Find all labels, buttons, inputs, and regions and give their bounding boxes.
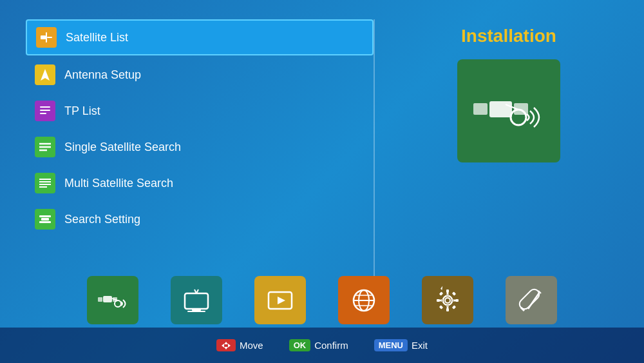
single-search-icon	[35, 137, 55, 157]
bottom-tv-icon	[180, 284, 213, 317]
bottom-media-icon	[264, 284, 296, 317]
svg-rect-2	[47, 37, 52, 38]
svg-rect-29	[187, 311, 205, 312]
panel-title: Installation	[461, 26, 556, 46]
svg-rect-41	[446, 289, 449, 293]
footer-item-exit: MENU Exit	[374, 339, 428, 351]
svg-rect-6	[40, 113, 46, 114]
menu-item-multi-satellite-search[interactable]: Multi Satellite Search	[26, 166, 374, 200]
panel-icon-box	[457, 59, 560, 162]
bottom-btn-media[interactable]	[254, 276, 306, 324]
svg-rect-44	[455, 299, 459, 302]
svg-rect-23	[98, 297, 102, 302]
confirm-label: Confirm	[314, 340, 348, 351]
menu-label-single-satellite-search: Single Satellite Search	[64, 141, 181, 154]
menu-label-multi-satellite-search: Multi Satellite Search	[64, 177, 173, 190]
svg-rect-27	[185, 293, 208, 309]
right-panel: Installation	[374, 19, 618, 318]
menu-item-search-setting[interactable]: Search Setting	[26, 202, 374, 236]
svg-rect-16	[41, 218, 49, 221]
footer-item-confirm: OK Confirm	[289, 339, 348, 351]
footer-bar: Move OK Confirm MENU Exit	[0, 328, 644, 363]
svg-line-52	[528, 292, 540, 309]
svg-marker-57	[228, 344, 231, 348]
left-panel: Satellite List Antenna Setup	[26, 19, 374, 318]
bottom-network-icon	[348, 284, 380, 317]
multi-search-icon	[35, 173, 55, 193]
svg-marker-33	[278, 297, 285, 304]
svg-marker-56	[222, 344, 224, 348]
panel-divider	[374, 19, 375, 318]
svg-rect-22	[103, 296, 112, 302]
svg-rect-45	[439, 291, 443, 295]
bottom-btn-tv[interactable]	[171, 276, 222, 324]
bottom-settings-icon	[431, 284, 464, 317]
svg-rect-14	[39, 215, 51, 217]
svg-line-51	[521, 308, 524, 311]
ok-badge: OK	[289, 339, 311, 351]
menu-item-satellite-list[interactable]: Satellite List	[26, 19, 374, 55]
svg-rect-1	[46, 32, 47, 43]
menu-item-antenna-setup[interactable]: Antenna Setup	[26, 58, 374, 92]
svg-rect-48	[452, 305, 456, 309]
move-label: Move	[240, 340, 263, 351]
move-arrows-icon	[221, 341, 231, 350]
svg-marker-54	[224, 342, 228, 344]
bottom-btn-settings[interactable]	[422, 276, 473, 324]
bottom-tools-icon	[515, 284, 547, 317]
menu-label-tp-list: TP List	[64, 104, 100, 118]
svg-point-25	[115, 300, 121, 307]
antenna-icon	[35, 64, 55, 85]
satellite-illustration	[470, 72, 547, 150]
svg-rect-28	[192, 309, 201, 311]
svg-rect-47	[439, 305, 443, 309]
menu-label-satellite-list: Satellite List	[66, 31, 128, 44]
satellite-list-icon	[36, 27, 57, 48]
tp-list-icon	[35, 101, 55, 121]
svg-marker-3	[41, 69, 50, 81]
menu-item-tp-list[interactable]: TP List	[26, 94, 374, 128]
svg-rect-46	[452, 291, 456, 295]
svg-rect-17	[489, 101, 512, 117]
bottom-btn-network[interactable]	[338, 276, 390, 324]
bottom-satellite-icon	[97, 284, 129, 317]
bottom-btn-tools[interactable]	[506, 276, 557, 324]
menu-item-single-satellite-search[interactable]: Single Satellite Search	[26, 130, 374, 164]
footer-item-move: Move	[216, 339, 263, 352]
menu-label-antenna-setup: Antenna Setup	[64, 68, 141, 82]
move-badge	[216, 339, 236, 352]
svg-rect-18	[473, 103, 488, 115]
bottom-btn-installation[interactable]	[87, 276, 138, 324]
svg-rect-0	[41, 35, 46, 39]
svg-rect-42	[446, 308, 449, 311]
menu-label-search-setting: Search Setting	[64, 213, 140, 226]
svg-marker-55	[224, 347, 228, 349]
svg-rect-5	[40, 110, 50, 111]
exit-label: Exit	[412, 340, 428, 351]
menu-list: Satellite List Antenna Setup	[26, 19, 374, 236]
bottom-icons-bar	[0, 276, 644, 324]
svg-rect-43	[437, 299, 440, 302]
search-setting-icon	[35, 209, 55, 230]
menu-badge: MENU	[374, 339, 408, 351]
svg-rect-4	[40, 106, 50, 108]
svg-rect-15	[39, 221, 51, 223]
